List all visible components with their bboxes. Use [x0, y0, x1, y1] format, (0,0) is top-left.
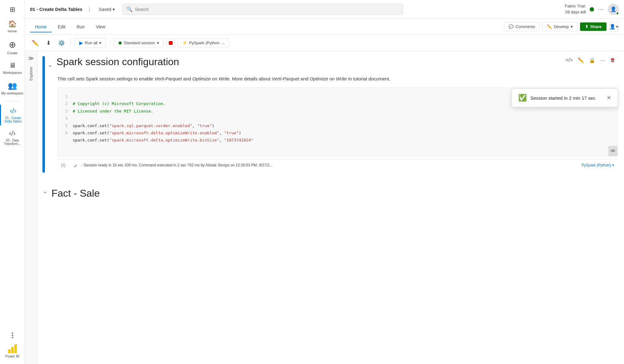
notebook-area: ✅ Session started in 2 min 17 sec ✕ </> … [37, 51, 624, 364]
share-icon: ⬆ [585, 24, 588, 29]
expand-button[interactable]: ≫ [27, 54, 35, 63]
more-cell-icon[interactable]: ⋯ [599, 56, 607, 65]
fabric-trial-line2: 28 days left [565, 9, 586, 15]
toast-close-button[interactable]: ✕ [607, 94, 611, 101]
share-button[interactable]: ⬆ Share [580, 22, 607, 31]
output-pyspark-label[interactable]: PySpark (Python) ▾ [582, 163, 614, 167]
sidebar-grid-menu[interactable]: ⊞ [0, 3, 25, 16]
dot1 [12, 333, 13, 334]
cell-1: </> ✏️ 🔒 ⋯ 🗑 ⌄ Spark session configurati… [37, 51, 624, 178]
cell-output: [1] ✓ - Session ready in 10 sec 339 ms. … [57, 159, 618, 173]
sidebar: ⊞ 🏠 Home ⊕ Create 🖥 Workspaces 👥 My work… [0, 0, 25, 364]
pyspark-ellipsis: ... [221, 41, 225, 45]
line-num-6: 6 [63, 129, 68, 136]
sidebar-item-workspaces-label: Workspaces [3, 71, 22, 75]
pyspark-icon: ⚡ [182, 41, 187, 45]
toast-notification: ✅ Session started in 2 min 17 sec ✕ [512, 89, 618, 107]
stop-button[interactable] [166, 39, 175, 47]
session-label: Standard session [124, 41, 155, 45]
saved-label: Saved [99, 7, 111, 12]
pyspark-button[interactable]: ⚡ PySpark (Python ... [178, 38, 229, 47]
line-num-2: 2 [63, 100, 68, 107]
sidebar-item-home[interactable]: 🏠 Home [0, 17, 25, 36]
stop-icon [169, 41, 173, 45]
code-line-5: spark.conf.set("spark.microsoft.delta.op… [73, 131, 241, 135]
toolbar-divider-2 [110, 39, 110, 47]
sidebar-item-workspaces[interactable]: 🖥 Workspaces [0, 59, 25, 77]
line-num-3: 3 [63, 108, 68, 115]
notebook-02-icon: ‹/› [9, 129, 16, 137]
comments-button[interactable]: 💬 Comments [504, 22, 540, 31]
cell-2: ⌄ Fact - Sale [37, 178, 624, 199]
more-button[interactable] [9, 330, 16, 341]
develop-label: Develop [554, 24, 569, 29]
lock-icon[interactable]: 🔒 [588, 56, 597, 65]
output-check-icon: ✓ [74, 163, 78, 169]
user-manage-button[interactable]: 👤+ [609, 22, 619, 32]
tab-edit[interactable]: Edit [53, 22, 70, 32]
edit-toolbar-button[interactable]: ✏️ [30, 38, 41, 48]
tab-home[interactable]: Home [30, 22, 51, 32]
saved-button[interactable]: Saved ▾ [96, 6, 117, 13]
run-all-label: Run all [85, 41, 97, 45]
session-button[interactable]: Standard session ▾ [114, 38, 163, 47]
line-num-5: 5 [63, 122, 68, 129]
powerbi-icon [8, 344, 17, 353]
tab-view[interactable]: View [91, 22, 110, 32]
sidebar-item-my-workspace-label: My workspace [1, 91, 23, 95]
sidebar-item-powerbi[interactable]: Power BI [0, 342, 25, 361]
toast-success-icon: ✅ [518, 94, 527, 102]
toolbar: ✏️ ⬇ ⚙️ ▶ Run all ▾ Standard session ▾ ⚡… [25, 35, 624, 51]
cell-left-bar [42, 56, 45, 173]
sidebar-item-notebook-01-label: 01 - CreateDelta Tables [5, 116, 22, 123]
title-separator: | [89, 6, 90, 12]
dot2 [12, 335, 13, 336]
bar3 [14, 344, 17, 353]
search-bar[interactable]: 🔍 [122, 4, 403, 15]
code-line-4: spark.conf.set("spark.sql.parquet.vorder… [73, 123, 214, 128]
tab-run[interactable]: Run [71, 22, 90, 32]
sidebar-item-my-workspace[interactable]: 👥 My workspace [0, 79, 25, 98]
sidebar-item-create[interactable]: ⊕ Create [0, 37, 25, 58]
explorer-panel: ≫ Explorer [25, 51, 37, 364]
notebook-01-icon: ‹/› [10, 107, 17, 115]
develop-button[interactable]: ✏️ Develop ▾ [542, 22, 578, 31]
download-toolbar-button[interactable]: ⬇ [43, 38, 54, 48]
line-num-4: 4 [63, 115, 68, 122]
fabric-trial-line1: Fabric Trial: [565, 3, 586, 9]
session-status-dot [119, 41, 122, 45]
user-avatar[interactable]: 👤 [608, 4, 619, 15]
bar2 [11, 347, 14, 353]
code-view-icon[interactable]: </> [564, 56, 574, 65]
toolbar-divider [71, 39, 71, 47]
cell-collapse-button[interactable]: ⌄ [47, 61, 53, 68]
comments-icon: 💬 [509, 24, 514, 29]
cell-2-collapse-button[interactable]: ⌄ [42, 187, 48, 195]
delete-cell-icon[interactable]: 🗑 [609, 56, 617, 65]
search-input[interactable] [135, 7, 399, 12]
notification-icon[interactable]: ⋯ [598, 6, 604, 13]
comments-label: Comments [515, 24, 535, 29]
cell-heading: Spark session configuration [56, 56, 179, 68]
nav-tabs: Home Edit Run View 💬 Comments ✏️ Develop… [25, 19, 624, 35]
edit-cell-icon[interactable]: ✏️ [577, 56, 585, 65]
explorer-label: Explorer [29, 67, 33, 81]
toast-text: Session started in 2 min 17 sec [530, 95, 603, 101]
settings-toolbar-button[interactable]: ⚙️ [56, 38, 67, 48]
cell-toolbar: </> ✏️ 🔒 ⋯ 🗑 [564, 56, 617, 65]
output-text: - Session ready in 10 sec 339 ms. Comman… [81, 163, 578, 167]
run-all-button[interactable]: ▶ Run all ▾ [75, 38, 106, 48]
content-area: ≫ Explorer ✅ Session started in 2 min 17… [25, 51, 624, 364]
sidebar-item-notebook-02[interactable]: ‹/› 02 - DataTransform... [0, 127, 25, 148]
sidebar-divider [5, 101, 20, 101]
user-manage-icon: 👤+ [609, 24, 618, 30]
sidebar-item-create-label: Create [7, 51, 17, 55]
develop-chevron-icon: ▾ [571, 24, 573, 29]
line-numbers: 1 2 3 4 5 6 [63, 93, 68, 151]
code-line-6: spark.conf.set("spark.microsoft.delta.op… [73, 138, 253, 142]
sidebar-top: ⊞ 🏠 Home ⊕ Create 🖥 Workspaces 👥 My work… [0, 3, 25, 148]
cell-2-heading: Fact - Sale [51, 188, 100, 199]
create-icon: ⊕ [9, 40, 16, 50]
workspaces-icon: 🖥 [9, 61, 16, 69]
sidebar-item-notebook-01[interactable]: ‹/› 01 - CreateDelta Tables [0, 104, 25, 126]
